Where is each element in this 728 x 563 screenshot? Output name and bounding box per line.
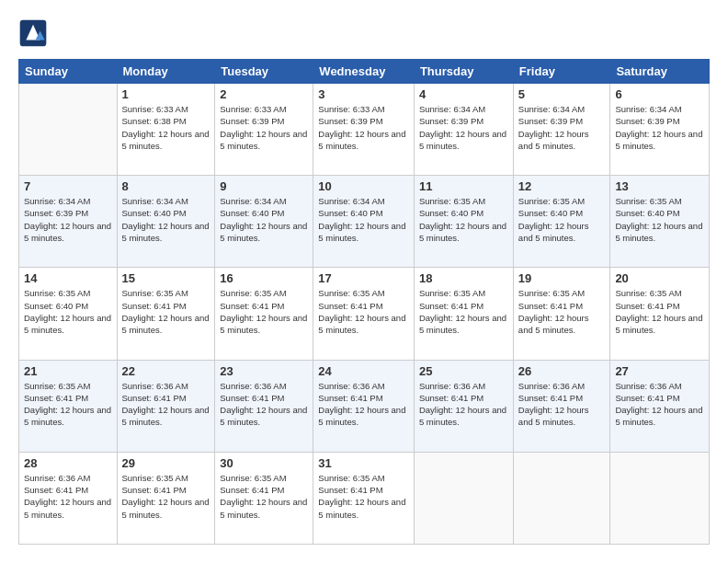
day-info: Sunrise: 6:35 AMSunset: 6:40 PMDaylight:…	[419, 195, 508, 244]
day-number: 6	[615, 87, 704, 101]
day-number: 19	[518, 271, 606, 285]
day-number: 17	[318, 271, 409, 285]
day-info: Sunrise: 6:35 AMSunset: 6:41 PMDaylight:…	[518, 287, 606, 336]
calendar-cell: 18Sunrise: 6:35 AMSunset: 6:41 PMDayligh…	[414, 268, 513, 360]
day-info: Sunrise: 6:34 AMSunset: 6:40 PMDaylight:…	[220, 195, 308, 244]
calendar-cell: 21Sunrise: 6:35 AMSunset: 6:41 PMDayligh…	[19, 360, 118, 452]
day-info: Sunrise: 6:35 AMSunset: 6:40 PMDaylight:…	[518, 195, 606, 244]
calendar-cell: 29Sunrise: 6:35 AMSunset: 6:41 PMDayligh…	[117, 452, 215, 544]
calendar-cell: 2Sunrise: 6:33 AMSunset: 6:39 PMDaylight…	[215, 84, 313, 176]
day-info: Sunrise: 6:33 AMSunset: 6:39 PMDaylight:…	[220, 103, 308, 152]
calendar-cell: 26Sunrise: 6:36 AMSunset: 6:41 PMDayligh…	[513, 360, 610, 452]
header	[18, 18, 710, 48]
day-number: 21	[24, 364, 112, 378]
calendar-cell: 22Sunrise: 6:36 AMSunset: 6:41 PMDayligh…	[117, 360, 215, 452]
day-number: 12	[518, 179, 606, 193]
calendar-cell: 27Sunrise: 6:36 AMSunset: 6:41 PMDayligh…	[610, 360, 710, 452]
calendar-cell: 12Sunrise: 6:35 AMSunset: 6:40 PMDayligh…	[513, 176, 610, 268]
day-info: Sunrise: 6:35 AMSunset: 6:41 PMDaylight:…	[318, 287, 409, 336]
calendar-cell: 7Sunrise: 6:34 AMSunset: 6:39 PMDaylight…	[19, 176, 118, 268]
day-number: 3	[318, 87, 409, 101]
day-number: 20	[615, 271, 704, 285]
day-info: Sunrise: 6:34 AMSunset: 6:39 PMDaylight:…	[24, 195, 112, 244]
day-info: Sunrise: 6:35 AMSunset: 6:40 PMDaylight:…	[24, 287, 112, 336]
calendar-cell: 10Sunrise: 6:34 AMSunset: 6:40 PMDayligh…	[313, 176, 415, 268]
day-info: Sunrise: 6:33 AMSunset: 6:38 PMDaylight:…	[122, 103, 210, 152]
day-info: Sunrise: 6:35 AMSunset: 6:41 PMDaylight:…	[318, 472, 409, 521]
day-info: Sunrise: 6:34 AMSunset: 6:39 PMDaylight:…	[518, 103, 606, 152]
calendar-cell: 11Sunrise: 6:35 AMSunset: 6:40 PMDayligh…	[414, 176, 513, 268]
day-info: Sunrise: 6:35 AMSunset: 6:41 PMDaylight:…	[615, 287, 704, 336]
day-number: 18	[419, 271, 508, 285]
day-number: 7	[24, 179, 112, 193]
day-number: 15	[122, 271, 210, 285]
day-number: 28	[24, 456, 112, 470]
calendar-cell: 15Sunrise: 6:35 AMSunset: 6:41 PMDayligh…	[117, 268, 215, 360]
day-info: Sunrise: 6:36 AMSunset: 6:41 PMDaylight:…	[220, 380, 308, 429]
day-info: Sunrise: 6:36 AMSunset: 6:41 PMDaylight:…	[419, 380, 508, 429]
day-number: 26	[518, 364, 606, 378]
calendar-cell: 1Sunrise: 6:33 AMSunset: 6:38 PMDaylight…	[117, 84, 215, 176]
day-number: 10	[318, 179, 409, 193]
week-row-5: 28Sunrise: 6:36 AMSunset: 6:41 PMDayligh…	[19, 452, 710, 544]
day-info: Sunrise: 6:36 AMSunset: 6:41 PMDaylight:…	[318, 380, 409, 429]
day-number: 31	[318, 456, 409, 470]
day-info: Sunrise: 6:35 AMSunset: 6:41 PMDaylight:…	[122, 287, 210, 336]
day-number: 5	[518, 87, 606, 101]
day-number: 2	[220, 87, 308, 101]
day-number: 29	[122, 456, 210, 470]
calendar-cell: 24Sunrise: 6:36 AMSunset: 6:41 PMDayligh…	[313, 360, 415, 452]
day-number: 30	[220, 456, 308, 470]
day-number: 9	[220, 179, 308, 193]
calendar-table: SundayMondayTuesdayWednesdayThursdayFrid…	[18, 59, 710, 545]
calendar-cell: 3Sunrise: 6:33 AMSunset: 6:39 PMDaylight…	[313, 84, 415, 176]
calendar-cell: 14Sunrise: 6:35 AMSunset: 6:40 PMDayligh…	[19, 268, 118, 360]
calendar-cell	[513, 452, 610, 544]
day-info: Sunrise: 6:36 AMSunset: 6:41 PMDaylight:…	[24, 472, 112, 521]
calendar-cell: 23Sunrise: 6:36 AMSunset: 6:41 PMDayligh…	[215, 360, 313, 452]
calendar-cell	[610, 452, 710, 544]
day-info: Sunrise: 6:34 AMSunset: 6:39 PMDaylight:…	[419, 103, 508, 152]
weekday-header-friday: Friday	[513, 60, 610, 84]
day-number: 22	[122, 364, 210, 378]
weekday-header-tuesday: Tuesday	[215, 60, 313, 84]
day-number: 16	[220, 271, 308, 285]
calendar-cell: 8Sunrise: 6:34 AMSunset: 6:40 PMDaylight…	[117, 176, 215, 268]
calendar-cell	[19, 84, 118, 176]
weekday-header-monday: Monday	[117, 60, 215, 84]
weekday-header-row: SundayMondayTuesdayWednesdayThursdayFrid…	[19, 60, 710, 84]
week-row-2: 7Sunrise: 6:34 AMSunset: 6:39 PMDaylight…	[19, 176, 710, 268]
day-info: Sunrise: 6:35 AMSunset: 6:41 PMDaylight:…	[220, 472, 308, 521]
day-number: 13	[615, 179, 704, 193]
week-row-1: 1Sunrise: 6:33 AMSunset: 6:38 PMDaylight…	[19, 84, 710, 176]
calendar-cell: 4Sunrise: 6:34 AMSunset: 6:39 PMDaylight…	[414, 84, 513, 176]
day-number: 23	[220, 364, 308, 378]
day-info: Sunrise: 6:35 AMSunset: 6:41 PMDaylight:…	[419, 287, 508, 336]
calendar-cell: 30Sunrise: 6:35 AMSunset: 6:41 PMDayligh…	[215, 452, 313, 544]
page: SundayMondayTuesdayWednesdayThursdayFrid…	[0, 0, 728, 563]
day-number: 8	[122, 179, 210, 193]
day-info: Sunrise: 6:35 AMSunset: 6:41 PMDaylight:…	[24, 380, 112, 429]
weekday-header-saturday: Saturday	[610, 60, 710, 84]
day-number: 27	[615, 364, 704, 378]
weekday-header-wednesday: Wednesday	[313, 60, 415, 84]
day-number: 1	[122, 87, 210, 101]
week-row-4: 21Sunrise: 6:35 AMSunset: 6:41 PMDayligh…	[19, 360, 710, 452]
calendar-cell: 31Sunrise: 6:35 AMSunset: 6:41 PMDayligh…	[313, 452, 415, 544]
calendar-cell: 16Sunrise: 6:35 AMSunset: 6:41 PMDayligh…	[215, 268, 313, 360]
calendar-cell: 28Sunrise: 6:36 AMSunset: 6:41 PMDayligh…	[19, 452, 118, 544]
day-info: Sunrise: 6:34 AMSunset: 6:40 PMDaylight:…	[122, 195, 210, 244]
calendar-cell: 9Sunrise: 6:34 AMSunset: 6:40 PMDaylight…	[215, 176, 313, 268]
calendar-cell: 25Sunrise: 6:36 AMSunset: 6:41 PMDayligh…	[414, 360, 513, 452]
calendar-cell: 20Sunrise: 6:35 AMSunset: 6:41 PMDayligh…	[610, 268, 710, 360]
calendar-cell: 19Sunrise: 6:35 AMSunset: 6:41 PMDayligh…	[513, 268, 610, 360]
day-info: Sunrise: 6:34 AMSunset: 6:40 PMDaylight:…	[318, 195, 409, 244]
logo	[18, 18, 50, 48]
logo-icon	[18, 18, 48, 48]
day-number: 11	[419, 179, 508, 193]
day-info: Sunrise: 6:36 AMSunset: 6:41 PMDaylight:…	[615, 380, 704, 429]
week-row-3: 14Sunrise: 6:35 AMSunset: 6:40 PMDayligh…	[19, 268, 710, 360]
calendar-cell: 6Sunrise: 6:34 AMSunset: 6:39 PMDaylight…	[610, 84, 710, 176]
day-info: Sunrise: 6:33 AMSunset: 6:39 PMDaylight:…	[318, 103, 409, 152]
weekday-header-sunday: Sunday	[19, 60, 118, 84]
